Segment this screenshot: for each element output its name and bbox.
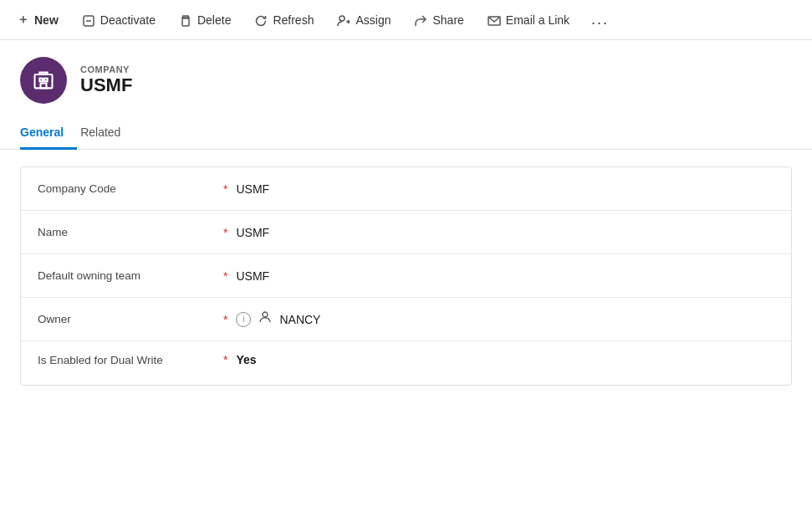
form-container: Company Code * USMF Name * USMF Default … [20, 166, 792, 386]
deactivate-icon [82, 12, 95, 27]
tabs-container: General Related [0, 117, 812, 150]
share-icon [414, 12, 427, 27]
required-star-3: * [223, 313, 227, 326]
required-star-2: * [223, 269, 227, 283]
deactivate-label: Deactivate [100, 13, 156, 27]
svg-rect-8 [35, 74, 53, 88]
avatar [20, 57, 67, 104]
label-name: Name [38, 226, 222, 238]
share-label: Share [432, 13, 463, 27]
refresh-button[interactable]: Refresh [244, 7, 324, 32]
plus-icon: ＋ [17, 12, 29, 28]
delete-label: Delete [197, 13, 231, 27]
value-dual-write: Yes [236, 353, 256, 366]
record-type: COMPANY [80, 64, 132, 74]
delete-button[interactable]: Delete [169, 7, 241, 32]
label-owner: Owner [38, 313, 222, 325]
new-label: New [34, 13, 59, 27]
email-icon [488, 12, 501, 27]
field-dual-write: Is Enabled for Dual Write * Yes [21, 341, 791, 385]
required-star-4: * [223, 353, 227, 366]
svg-rect-10 [44, 79, 47, 82]
field-company-code: Company Code * USMF [21, 167, 791, 211]
email-button[interactable]: Email a Link [477, 7, 580, 32]
title-group: COMPANY USMF [80, 64, 132, 96]
refresh-icon [254, 12, 268, 27]
field-name: Name * USMF [21, 211, 791, 254]
svg-rect-9 [39, 79, 43, 82]
value-name: USMF [236, 226, 269, 239]
field-owner: Owner * i NANCY [21, 298, 791, 341]
required-star-1: * [223, 226, 227, 239]
delete-icon [179, 12, 192, 27]
person-icon [258, 310, 273, 329]
tab-related[interactable]: Related [77, 117, 134, 150]
svg-rect-11 [41, 84, 47, 89]
refresh-label: Refresh [273, 13, 314, 27]
field-owning-team: Default owning team * USMF [21, 254, 791, 298]
email-label: Email a Link [506, 13, 569, 27]
deactivate-button[interactable]: Deactivate [72, 7, 166, 32]
record-name: USMF [80, 74, 132, 96]
assign-icon [337, 12, 350, 27]
more-button[interactable]: ... [583, 6, 617, 33]
label-company-code: Company Code [38, 182, 222, 195]
svg-rect-2 [182, 18, 189, 26]
value-owning-team: USMF [236, 269, 269, 283]
svg-point-3 [340, 16, 345, 21]
value-company-code: USMF [236, 182, 269, 196]
tab-general[interactable]: General [20, 117, 77, 150]
more-label: ... [591, 11, 609, 28]
assign-button[interactable]: Assign [327, 7, 401, 32]
assign-label: Assign [355, 13, 391, 27]
toolbar: ＋ New Deactivate Delete Refresh [0, 0, 812, 40]
label-owning-team: Default owning team [38, 269, 222, 282]
share-button[interactable]: Share [404, 7, 473, 32]
owner-name: NANCY [279, 313, 320, 326]
svg-point-12 [263, 312, 268, 317]
new-button[interactable]: ＋ New [7, 7, 69, 33]
required-star-0: * [223, 182, 227, 196]
value-owner: i NANCY [236, 310, 320, 329]
label-dual-write: Is Enabled for Dual Write [38, 353, 222, 369]
info-icon: i [236, 312, 251, 327]
record-header: COMPANY USMF [0, 40, 812, 117]
company-icon [32, 69, 55, 92]
